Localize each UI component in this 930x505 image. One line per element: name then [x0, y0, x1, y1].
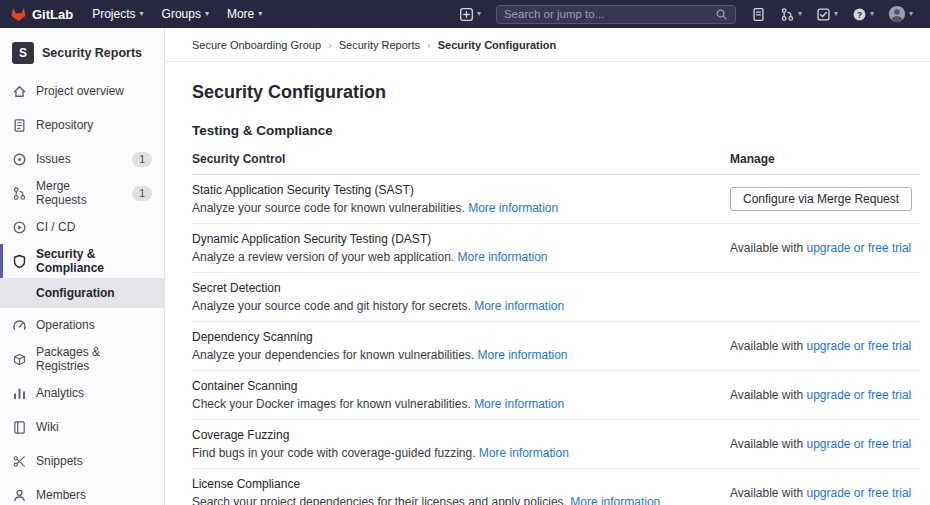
configure-via-merge-request-button[interactable]: Configure via Merge Request — [730, 187, 912, 211]
more-information-link[interactable]: More information — [457, 250, 547, 264]
todo-list-icon — [751, 7, 766, 22]
svg-text:?: ? — [857, 9, 862, 19]
breadcrumb-separator-icon: › — [328, 39, 332, 51]
column-header-manage: Manage — [730, 152, 920, 166]
control-info: License ComplianceSearch your project de… — [192, 476, 730, 505]
control-info: Dynamic Application Security Testing (DA… — [192, 231, 730, 265]
new-menu-button[interactable]: ▾ — [452, 0, 488, 28]
tasks-icon — [816, 7, 831, 22]
sidebar-item-label: Operations — [36, 318, 95, 332]
sidebar-item-label: Project overview — [36, 84, 124, 98]
security-table-body: Static Application Security Testing (SAS… — [192, 175, 920, 505]
menu-label: Groups — [162, 7, 201, 21]
sidebar-item-label: Merge Requests — [36, 179, 123, 207]
breadcrumb: Secure Onboarding Group›Security Reports… — [165, 28, 930, 62]
more-information-link[interactable]: More information — [478, 348, 568, 362]
sidebar-item-project-overview[interactable]: Project overview — [0, 74, 164, 108]
breadcrumb-item-security-reports[interactable]: Security Reports — [339, 39, 420, 51]
tasks-button[interactable]: ▾ — [809, 0, 845, 28]
upgrade-or-free-trial-link[interactable]: upgrade or free trial — [807, 388, 912, 402]
help-menu-button[interactable]: ? ▾ — [845, 0, 881, 28]
sidebar-item-repository[interactable]: Repository — [0, 108, 164, 142]
breadcrumb-item-security-configuration[interactable]: Security Configuration — [438, 39, 557, 51]
sidebar-item-members[interactable]: Members — [0, 478, 164, 505]
more-information-link[interactable]: More information — [468, 201, 558, 215]
sidebar-item-packages-registries[interactable]: Packages & Registries — [0, 342, 164, 376]
chevron-down-icon: ▾ — [140, 10, 144, 18]
search-input[interactable] — [504, 8, 715, 20]
main-content: Secure Onboarding Group›Security Reports… — [165, 28, 930, 505]
ci-cd-icon — [12, 220, 27, 235]
sidebar-item-configuration[interactable]: Configuration — [0, 278, 164, 308]
topbar-menu-groups[interactable]: Groups▾ — [153, 0, 218, 28]
more-information-link[interactable]: More information — [570, 495, 660, 505]
table-header-row: Security Control Manage — [192, 138, 920, 175]
topbar-right-group: ▾ ▾ ▾ ? ▾ ▾ — [452, 0, 920, 28]
upgrade-or-free-trial-link[interactable]: upgrade or free trial — [807, 486, 912, 500]
home-icon — [12, 84, 27, 99]
sidebar-item-merge-requests[interactable]: Merge Requests1 — [0, 176, 164, 210]
control-description: Analyze your dependencies for known vuln… — [192, 347, 710, 363]
help-icon: ? — [852, 7, 867, 22]
sidebar-item-issues[interactable]: Issues1 — [0, 142, 164, 176]
section-title: Testing & Compliance — [192, 123, 920, 138]
project-avatar: S — [12, 42, 34, 64]
manage-cell: Configure via Merge Request — [730, 187, 920, 211]
security-control-row-dynamic-application-security-testing-dast: Dynamic Application Security Testing (DA… — [192, 224, 920, 273]
manage-cell: Available with upgrade or free trial — [730, 388, 920, 402]
manage-cell: Available with upgrade or free trial — [730, 437, 920, 451]
manage-cell: Available with upgrade or free trial — [730, 241, 920, 255]
sidebar-nav: Project overviewRepositoryIssues1Merge R… — [0, 74, 164, 505]
shield-icon — [12, 254, 27, 269]
sidebar-item-label: Packages & Registries — [36, 345, 152, 373]
analytics-icon — [12, 386, 27, 401]
sidebar-item-label: Configuration — [36, 286, 115, 300]
sidebar-item-label: Members — [36, 488, 86, 502]
issues-icon — [12, 152, 27, 167]
members-icon — [12, 488, 27, 503]
upgrade-or-free-trial-link[interactable]: upgrade or free trial — [807, 339, 912, 353]
control-info: Secret DetectionAnalyze your source code… — [192, 280, 730, 314]
gitlab-home-link[interactable]: GitLab — [10, 6, 73, 23]
sidebar-item-wiki[interactable]: Wiki — [0, 410, 164, 444]
control-description: Check your Docker images for known vulne… — [192, 396, 710, 412]
more-information-link[interactable]: More information — [479, 446, 569, 460]
topbar-menu-projects[interactable]: Projects▾ — [83, 0, 152, 28]
breadcrumb-item-secure-onboarding-group[interactable]: Secure Onboarding Group — [192, 39, 321, 51]
package-icon — [12, 352, 27, 367]
menu-label: Projects — [92, 7, 135, 21]
control-description: Search your project dependencies for the… — [192, 494, 710, 505]
count-badge: 1 — [132, 152, 152, 167]
upgrade-or-free-trial-link[interactable]: upgrade or free trial — [807, 241, 912, 255]
security-control-row-license-compliance: License ComplianceSearch your project de… — [192, 469, 920, 505]
merge-requests-button[interactable]: ▾ — [773, 0, 809, 28]
menu-label: More — [227, 7, 254, 21]
control-name: Static Application Security Testing (SAS… — [192, 182, 710, 198]
sidebar-item-label: Snippets — [36, 454, 83, 468]
sidebar-item-operations[interactable]: Operations — [0, 308, 164, 342]
project-header-link[interactable]: S Security Reports — [0, 36, 164, 74]
count-badge: 1 — [132, 186, 152, 201]
control-name: Container Scanning — [192, 378, 710, 394]
sidebar-item-security-compliance[interactable]: Security & Compliance — [0, 244, 164, 278]
merge-request-icon — [780, 7, 795, 22]
sidebar-item-ci-cd[interactable]: CI / CD — [0, 210, 164, 244]
more-information-link[interactable]: More information — [474, 397, 564, 411]
topbar-menu-more[interactable]: More▾ — [218, 0, 271, 28]
chevron-down-icon: ▾ — [870, 10, 874, 18]
sidebar-item-snippets[interactable]: Snippets — [0, 444, 164, 478]
upgrade-or-free-trial-link[interactable]: upgrade or free trial — [807, 437, 912, 451]
user-menu-button[interactable]: ▾ — [881, 0, 920, 28]
more-information-link[interactable]: More information — [474, 299, 564, 313]
todo-list-button[interactable] — [744, 0, 773, 28]
chevron-down-icon: ▾ — [205, 10, 209, 18]
search-box[interactable] — [496, 5, 736, 24]
sidebar-item-analytics[interactable]: Analytics — [0, 376, 164, 410]
topbar-menus: Projects▾Groups▾More▾ — [83, 0, 271, 28]
control-description: Analyze your source code and git history… — [192, 298, 710, 314]
project-name: Security Reports — [42, 46, 142, 60]
manage-cell: Available with upgrade or free trial — [730, 339, 920, 353]
breadcrumb-separator-icon: › — [427, 39, 431, 51]
plus-square-icon — [459, 7, 474, 22]
repository-icon — [12, 118, 27, 133]
